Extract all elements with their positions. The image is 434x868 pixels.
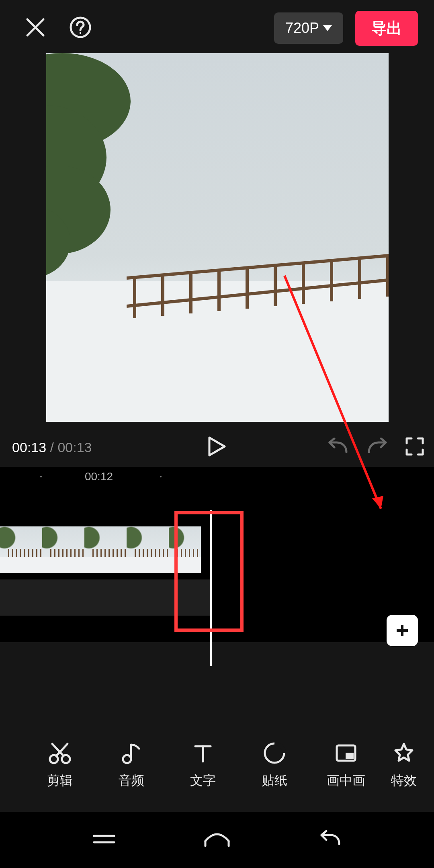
text-icon — [191, 741, 215, 765]
back-icon — [317, 830, 342, 848]
play-icon — [208, 436, 226, 457]
music-note-icon — [120, 741, 143, 765]
clip-thumbnail — [42, 526, 84, 573]
video-editor-screen: 720P 导出 00: — [0, 0, 434, 868]
resolution-dropdown[interactable]: 720P — [274, 12, 343, 44]
tool-text[interactable]: 文字 — [167, 741, 239, 790]
add-clip-button[interactable] — [387, 615, 418, 646]
ruler-tick — [160, 476, 162, 477]
redo-button[interactable] — [366, 438, 389, 457]
tool-label: 特效 — [391, 772, 417, 790]
undo-icon — [326, 438, 350, 455]
home-icon — [203, 830, 231, 848]
fullscreen-button[interactable] — [405, 437, 424, 458]
resolution-label: 720P — [285, 20, 319, 37]
tool-label: 音频 — [119, 772, 144, 790]
tool-label: 文字 — [190, 772, 216, 790]
svg-point-2 — [71, 18, 90, 37]
chevron-down-icon — [323, 25, 332, 31]
playback-bar: 00:13 / 00:13 — [0, 433, 434, 461]
star-icon — [392, 741, 416, 765]
nav-home-button[interactable] — [203, 830, 231, 850]
ruler-tick — [40, 476, 42, 477]
svg-marker-4 — [323, 25, 332, 31]
clip-thumbnail — [127, 526, 169, 573]
tool-pip[interactable]: 画中画 — [310, 741, 382, 790]
time-ruler[interactable]: 00:12 — [0, 467, 434, 486]
close-button[interactable] — [25, 17, 46, 39]
nav-back-button[interactable] — [317, 830, 342, 850]
clip-thumbnail — [0, 526, 42, 573]
play-button[interactable] — [208, 436, 226, 459]
export-label: 导出 — [371, 20, 402, 37]
picture-in-picture-icon — [334, 741, 358, 765]
track-area[interactable] — [0, 486, 434, 642]
current-time: 00:13 — [12, 440, 46, 455]
tool-audio[interactable]: 音频 — [96, 741, 167, 790]
timeline[interactable]: 00:12 — [0, 467, 434, 642]
sticker-icon — [263, 741, 286, 765]
clip-thumbnail — [84, 526, 127, 573]
help-button[interactable] — [69, 16, 92, 40]
top-bar: 720P 导出 — [0, 8, 434, 48]
preview-deck — [127, 246, 389, 334]
ruler-label: 00:12 — [85, 470, 113, 483]
close-icon — [25, 17, 46, 38]
svg-rect-33 — [346, 753, 354, 759]
system-nav-bar — [0, 812, 434, 868]
tool-sticker[interactable]: 贴纸 — [239, 741, 310, 790]
total-duration: 00:13 — [57, 440, 92, 455]
playhead[interactable] — [210, 510, 212, 666]
tool-label: 贴纸 — [262, 772, 287, 790]
audio-track[interactable] — [0, 579, 211, 616]
svg-marker-19 — [209, 438, 225, 455]
menu-icon — [92, 831, 117, 847]
preview-tree — [46, 53, 143, 278]
svg-point-3 — [80, 32, 81, 34]
time-display: 00:13 / 00:13 — [12, 440, 92, 455]
nav-menu-button[interactable] — [92, 831, 117, 849]
video-clip[interactable] — [0, 526, 201, 573]
edit-toolbar: 剪辑 音频 文字 贴纸 画中画 特效 — [0, 727, 434, 804]
fullscreen-icon — [405, 437, 424, 456]
tool-effects[interactable]: 特效 — [382, 741, 426, 790]
undo-button[interactable] — [326, 438, 350, 457]
tool-label: 剪辑 — [47, 772, 73, 790]
tool-edit[interactable]: 剪辑 — [24, 741, 96, 790]
tool-label: 画中画 — [327, 772, 365, 790]
export-button[interactable]: 导出 — [355, 11, 418, 46]
redo-icon — [366, 438, 389, 455]
help-icon — [69, 16, 92, 39]
clip-thumbnail — [169, 526, 201, 573]
video-preview[interactable] — [46, 53, 389, 422]
scissors-icon — [48, 741, 72, 765]
plus-icon — [394, 622, 410, 639]
svg-point-28 — [123, 755, 131, 763]
